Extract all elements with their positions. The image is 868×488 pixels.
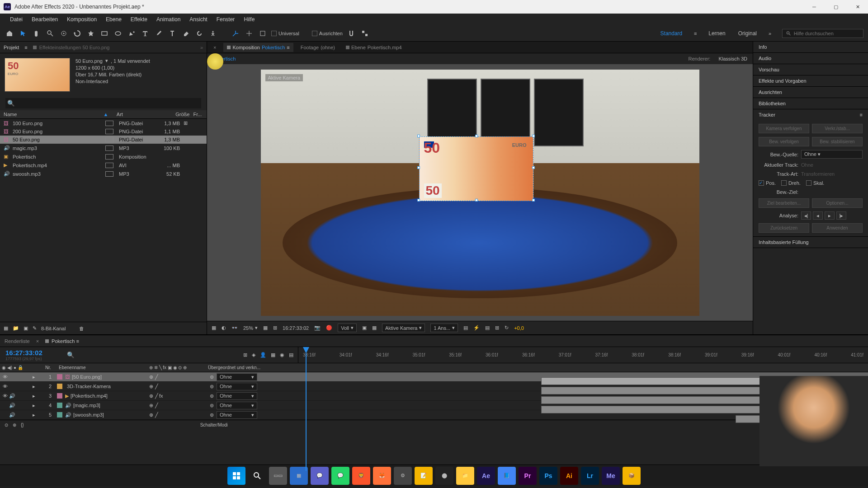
col-header-type[interactable]: Art: [117, 112, 159, 117]
comp-mini-flow-icon[interactable]: ⊞: [243, 352, 247, 358]
project-tab[interactable]: Projekt: [4, 45, 19, 50]
switches-modes-label[interactable]: Schalter/Modi: [200, 422, 228, 427]
motion-blur-icon[interactable]: ◉: [280, 352, 284, 358]
project-row[interactable]: 🖼 50 Euro.png PNG-Datei 1,3 MB: [0, 136, 207, 144]
channel-icon[interactable]: 🔴: [326, 325, 332, 331]
comp-breadcrumb[interactable]: Pokertisch: [212, 56, 236, 61]
snap-options-icon[interactable]: [360, 28, 370, 38]
col-header-size[interactable]: Größe: [159, 112, 190, 117]
menu-bearbeiten[interactable]: Bearbeiten: [27, 14, 62, 24]
rectangle-tool[interactable]: [99, 28, 109, 38]
panel-menu-icon[interactable]: ≡: [860, 112, 863, 117]
apply-button[interactable]: Anwenden: [812, 223, 863, 233]
premiere-icon[interactable]: Pr: [519, 467, 537, 485]
pixel-aspect-icon[interactable]: ▤: [463, 325, 468, 331]
project-search-input[interactable]: [5, 98, 201, 108]
reset-exposure-icon[interactable]: ↻: [505, 325, 509, 331]
pen-tool[interactable]: [127, 28, 137, 38]
col-header-name[interactable]: Name: [4, 112, 103, 117]
menu-ebene[interactable]: Ebene: [101, 14, 126, 24]
draft-3d-icon[interactable]: ◈: [252, 352, 255, 358]
col-header-fr[interactable]: Fr...: [189, 112, 203, 117]
media-encoder-icon[interactable]: Me: [602, 467, 620, 485]
roi-icon[interactable]: ▣: [362, 325, 367, 331]
alpha-icon[interactable]: ▦: [212, 325, 216, 331]
reset-button[interactable]: Zurücksetzen: [759, 223, 809, 233]
chevron-down-icon[interactable]: ▾: [105, 58, 108, 64]
edit-target-button[interactable]: Ziel bearbeiten...: [759, 198, 809, 208]
fast-preview-icon[interactable]: ⚡: [473, 325, 480, 331]
workspace-standard[interactable]: Standard: [656, 28, 687, 38]
graph-editor-icon[interactable]: ▤: [289, 352, 293, 358]
selected-layer-overlay[interactable]: 50 50 EURO: [419, 136, 533, 201]
analyse-fwd-button[interactable]: ▸: [825, 211, 835, 220]
analyse-fwd-1-button[interactable]: |▸: [836, 211, 846, 220]
tracker-panel-header[interactable]: Tracker≡: [753, 109, 868, 120]
toggle-modes-icon[interactable]: ⊕: [13, 422, 16, 427]
timeline-icon[interactable]: ▤: [485, 325, 490, 331]
content-aware-panel-header[interactable]: Inhaltsbasierte Füllung: [753, 237, 868, 248]
zoom-tool[interactable]: [45, 28, 55, 38]
scale-checkbox[interactable]: Skal.: [806, 180, 824, 186]
composition-tab[interactable]: Komposition Pokertisch ≡: [223, 43, 293, 52]
explorer-icon[interactable]: 📁: [456, 467, 474, 485]
warp-stabilize-button[interactable]: Verkr./stab...: [812, 124, 863, 133]
options-button[interactable]: Optionen...: [812, 198, 863, 208]
start-button[interactable]: [227, 467, 245, 485]
hand-tool[interactable]: [32, 28, 42, 38]
app-icon-1[interactable]: ⚙: [394, 467, 412, 485]
photoshop-icon[interactable]: Ps: [539, 467, 557, 485]
help-search-input[interactable]: [794, 31, 859, 36]
audio-panel-header[interactable]: Audio: [753, 53, 868, 64]
workspace-menu-icon[interactable]: ≡: [690, 28, 700, 38]
composition-viewer[interactable]: Aktive Kamera 50 50 EURO: [207, 64, 753, 321]
new-comp-icon[interactable]: ▣: [24, 325, 28, 331]
resolution-dropdown[interactable]: Voll ▾: [338, 324, 357, 332]
task-view-icon[interactable]: ▭▭: [269, 467, 287, 485]
project-row[interactable]: 🖼 100 Euro.png PNG-Datei 1,3 MB ⊞: [0, 119, 207, 127]
timeline-comp-tab[interactable]: Pokertisch ≡: [45, 338, 79, 344]
selection-tool[interactable]: [18, 28, 28, 38]
3d-icon[interactable]: 👓: [231, 325, 238, 331]
exposure-value[interactable]: +0,0: [514, 325, 524, 331]
menu-komposition[interactable]: Komposition: [62, 14, 101, 24]
local-axis-button[interactable]: [231, 28, 241, 38]
comp-tab-close[interactable]: ×: [210, 43, 220, 52]
rotation-checkbox[interactable]: Dreh.: [781, 180, 801, 186]
workspace-overflow-icon[interactable]: »: [765, 28, 775, 38]
new-folder-icon[interactable]: 📁: [13, 325, 19, 331]
project-row[interactable]: 🖼 200 Euro.png PNG-Datei 1,1 MB: [0, 127, 207, 136]
type-tool[interactable]: [140, 28, 150, 38]
workspace-original[interactable]: Original: [734, 28, 761, 38]
analyse-back-1-button[interactable]: ◂|: [801, 211, 811, 220]
guides-icon[interactable]: ⊞: [273, 325, 277, 331]
position-checkbox[interactable]: Pos.: [759, 180, 776, 186]
menu-ansicht[interactable]: Ansicht: [185, 14, 212, 24]
menu-datei[interactable]: Datei: [5, 14, 27, 24]
camera-dropdown[interactable]: Aktive Kamera ▾: [382, 324, 425, 332]
firefox-icon[interactable]: 🦊: [373, 467, 391, 485]
bit-depth-label[interactable]: 8-Bit-Kanal: [41, 326, 66, 331]
transparency-icon[interactable]: ▦: [372, 325, 377, 331]
home-button[interactable]: [5, 28, 14, 38]
adjust-icon[interactable]: ✎: [33, 325, 37, 331]
project-row[interactable]: 🔊 swoosh.mp3 MP3 52 KB: [0, 169, 207, 178]
puppet-tool[interactable]: [208, 28, 218, 38]
brave-icon[interactable]: 🦁: [352, 467, 370, 485]
menu-animation[interactable]: Animation: [152, 14, 185, 24]
close-button[interactable]: ✕: [851, 2, 864, 11]
illustrator-icon[interactable]: Ai: [560, 467, 578, 485]
whatsapp-icon[interactable]: 💬: [331, 467, 349, 485]
track-camera-button[interactable]: Kamera verfolgen: [759, 124, 809, 133]
frame-blend-icon[interactable]: ▦: [271, 352, 275, 358]
timeline-layer-row[interactable]: 👁 ▸ 1 🖼[50 Euro.png] ⊕╱ ⊚Ohne▾: [0, 372, 868, 382]
toggle-switches-icon[interactable]: ⊙: [5, 422, 8, 427]
minimize-button[interactable]: ─: [807, 2, 821, 11]
world-axis-button[interactable]: [244, 28, 254, 38]
ellipse-tool[interactable]: [113, 28, 123, 38]
project-row[interactable]: ▶ Pokertisch.mp4 AVI ... MB: [0, 161, 207, 169]
track-motion-button[interactable]: Bew. verfolgen: [759, 137, 809, 146]
info-panel-header[interactable]: Info: [753, 42, 868, 52]
renderer-value[interactable]: Klassisch 3D: [718, 56, 747, 61]
eraser-tool[interactable]: [181, 28, 191, 38]
